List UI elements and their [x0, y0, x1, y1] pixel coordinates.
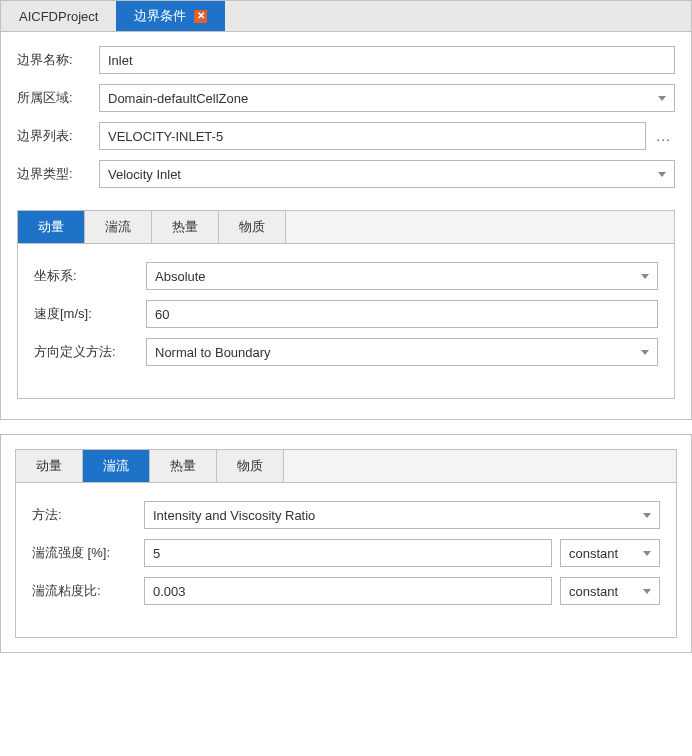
- label-boundary-name: 边界名称:: [17, 51, 99, 69]
- input-turb-intensity[interactable]: [144, 539, 552, 567]
- subtab-bar-2: 动量 湍流 热量 物质: [16, 450, 676, 483]
- row-turb-intensity: 湍流强度 [%]: constant: [32, 539, 660, 567]
- subtab2-thermal[interactable]: 热量: [150, 450, 217, 482]
- subtab-momentum[interactable]: 动量: [18, 211, 85, 243]
- select-domain[interactable]: Domain-defaultCellZone: [99, 84, 675, 112]
- subtab2-turbulence[interactable]: 湍流: [83, 450, 150, 482]
- subtab-turbulence[interactable]: 湍流: [85, 211, 152, 243]
- subtab-species[interactable]: 物质: [219, 211, 286, 243]
- row-turb-viscratio: 湍流粘度比: constant: [32, 577, 660, 605]
- input-velocity[interactable]: [146, 300, 658, 328]
- momentum-body: 坐标系: Absolute 速度[m/s]: 方向定义方法:: [18, 244, 674, 398]
- turbulence-body: 方法: Intensity and Viscosity Ratio 湍流强度 […: [16, 483, 676, 637]
- select-boundary-type-value: Velocity Inlet: [108, 167, 181, 182]
- more-button[interactable]: ...: [652, 128, 675, 144]
- row-direction: 方向定义方法: Normal to Boundary: [34, 338, 658, 366]
- label-direction: 方向定义方法:: [34, 343, 146, 361]
- select-direction-value: Normal to Boundary: [155, 345, 271, 360]
- subtab2-species[interactable]: 物质: [217, 450, 284, 482]
- label-turb-method: 方法:: [32, 506, 144, 524]
- subtabs-momentum-panel: 动量 湍流 热量 物质 坐标系: Absolute 速度[m/s]:: [17, 210, 675, 399]
- form-body: 边界名称: 所属区域: Domain-defaultCellZone 边界列表:…: [1, 32, 691, 419]
- label-velocity: 速度[m/s]:: [34, 305, 146, 323]
- tab-project[interactable]: AICFDProject: [1, 1, 116, 31]
- subtab-thermal[interactable]: 热量: [152, 211, 219, 243]
- input-boundary-name[interactable]: [99, 46, 675, 74]
- label-domain: 所属区域:: [17, 89, 99, 107]
- label-turb-viscratio: 湍流粘度比:: [32, 582, 144, 600]
- tab-boundary-label: 边界条件: [134, 7, 186, 25]
- boundary-panel: AICFDProject 边界条件 边界名称: 所属区域: Domain-def…: [0, 0, 692, 420]
- select-intensity-mode-value: constant: [569, 546, 618, 561]
- label-boundary-type: 边界类型:: [17, 165, 99, 183]
- row-turb-method: 方法: Intensity and Viscosity Ratio: [32, 501, 660, 529]
- select-viscratio-mode[interactable]: constant: [560, 577, 660, 605]
- input-boundary-list[interactable]: [99, 122, 646, 150]
- select-intensity-mode[interactable]: constant: [560, 539, 660, 567]
- row-boundary-type: 边界类型: Velocity Inlet: [17, 160, 675, 188]
- close-icon[interactable]: [194, 10, 207, 23]
- row-velocity: 速度[m/s]:: [34, 300, 658, 328]
- row-coord: 坐标系: Absolute: [34, 262, 658, 290]
- row-domain: 所属区域: Domain-defaultCellZone: [17, 84, 675, 112]
- label-turb-intensity: 湍流强度 [%]:: [32, 544, 144, 562]
- select-boundary-type[interactable]: Velocity Inlet: [99, 160, 675, 188]
- select-domain-value: Domain-defaultCellZone: [108, 91, 248, 106]
- label-coord: 坐标系:: [34, 267, 146, 285]
- select-turb-method[interactable]: Intensity and Viscosity Ratio: [144, 501, 660, 529]
- select-turb-method-value: Intensity and Viscosity Ratio: [153, 508, 315, 523]
- turbulence-panel: 动量 湍流 热量 物质 方法: Intensity and Viscosity …: [0, 434, 692, 653]
- select-direction[interactable]: Normal to Boundary: [146, 338, 658, 366]
- tab-boundary[interactable]: 边界条件: [116, 1, 225, 31]
- tab-project-label: AICFDProject: [19, 9, 98, 24]
- label-boundary-list: 边界列表:: [17, 127, 99, 145]
- subtab-bar-1: 动量 湍流 热量 物质: [18, 211, 674, 244]
- row-boundary-list: 边界列表: ...: [17, 122, 675, 150]
- subtab2-momentum[interactable]: 动量: [16, 450, 83, 482]
- input-turb-viscratio[interactable]: [144, 577, 552, 605]
- select-coord[interactable]: Absolute: [146, 262, 658, 290]
- row-boundary-name: 边界名称:: [17, 46, 675, 74]
- top-tabstrip: AICFDProject 边界条件: [1, 1, 691, 32]
- subtabs-turbulence-panel: 动量 湍流 热量 物质 方法: Intensity and Viscosity …: [15, 449, 677, 638]
- select-coord-value: Absolute: [155, 269, 206, 284]
- select-viscratio-mode-value: constant: [569, 584, 618, 599]
